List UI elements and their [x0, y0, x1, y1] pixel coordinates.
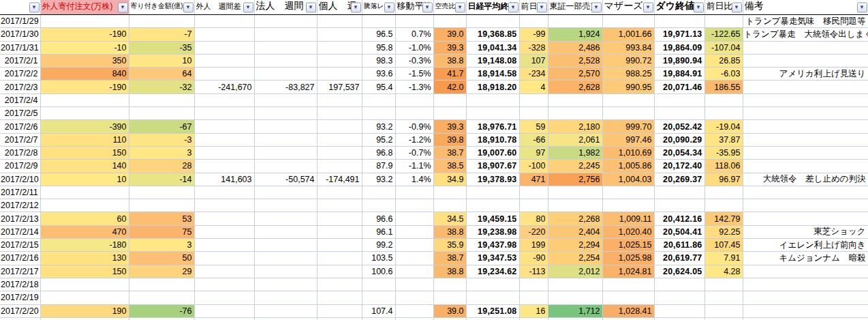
cell-kojin-weekly[interactable] [317, 68, 362, 81]
cell-toraku-ratio[interactable] [362, 15, 395, 28]
cell-dow-prev-diff[interactable]: -19.04 [704, 120, 743, 133]
filter-dropdown-icon[interactable]: ▼ [537, 2, 547, 12]
cell-kojin-weekly[interactable] [317, 291, 362, 304]
cell-nikkei-close[interactable] [466, 291, 519, 304]
cell-yoritsuki-kingaku[interactable]: 29 [129, 265, 194, 278]
cell-gaijin-weekly[interactable] [194, 186, 254, 199]
cell-nikkei-close[interactable] [466, 317, 519, 320]
cell-short-sell-ratio[interactable] [433, 15, 466, 28]
cell-remarks[interactable]: キムジョンナム 暗殺 [743, 252, 868, 265]
cell-prev-day-diff[interactable]: 107 [519, 54, 548, 67]
date-cell[interactable]: 2017/2/18 [0, 278, 40, 291]
date-cell[interactable]: 2017/2/21 [0, 317, 40, 320]
cell-hojin-weekly[interactable] [254, 239, 317, 252]
cell-remarks[interactable] [743, 212, 868, 225]
cell-short-sell-ratio[interactable]: 39.0 [433, 28, 466, 41]
cell-kojin-weekly[interactable]: -174,491 [317, 173, 362, 186]
date-cell[interactable]: 2017/2/1 [0, 54, 40, 67]
filter-dropdown-icon[interactable]: ▼ [643, 2, 653, 12]
cell-gaijin-weekly[interactable] [194, 133, 254, 146]
cell-toraku-ratio[interactable]: 95.8 [362, 41, 395, 54]
cell-gaijin-yoritsuki-order[interactable]: 140 [40, 160, 129, 173]
cell-yoritsuki-kingaku[interactable]: 28 [129, 160, 194, 173]
cell-moving-average[interactable] [395, 186, 433, 199]
cell-prev-day-diff[interactable]: -99 [519, 28, 548, 41]
cell-kojin-weekly[interactable] [317, 199, 362, 212]
cell-mothers-index[interactable]: 1,024.81 [602, 265, 654, 278]
date-cell[interactable]: 2017/1/31 [0, 41, 40, 54]
cell-moving-average[interactable] [395, 15, 433, 28]
cell-gaijin-weekly[interactable] [194, 93, 254, 106]
cell-gaijin-weekly[interactable] [194, 54, 254, 67]
cell-gaijin-weekly[interactable] [194, 199, 254, 212]
cell-prev-day-diff[interactable] [519, 291, 548, 304]
date-cell[interactable]: 2017/1/29 [0, 15, 40, 28]
cell-yoritsuki-kingaku[interactable]: -3 [129, 133, 194, 146]
cell-yoritsuki-kingaku[interactable] [129, 107, 194, 120]
cell-gaijin-weekly[interactable] [194, 15, 254, 28]
date-cell[interactable]: 2017/2/13 [0, 212, 40, 225]
cell-nikkei-close[interactable]: 19,378.93 [466, 173, 519, 186]
cell-dow-close[interactable]: 20,619.77 [654, 252, 704, 265]
cell-moving-average[interactable] [395, 107, 433, 120]
cell-nikkei-close[interactable]: 19,368.85 [466, 28, 519, 41]
date-cell[interactable]: 2017/2/11 [0, 186, 40, 199]
cell-gaijin-yoritsuki-order[interactable] [40, 107, 129, 120]
cell-gaijin-weekly[interactable] [194, 107, 254, 120]
cell-mothers-index[interactable]: 1,025.15 [602, 239, 654, 252]
cell-mothers-index[interactable]: 1,009.11 [602, 212, 654, 225]
cell-dow-prev-diff[interactable]: 96.97 [704, 173, 743, 186]
cell-prev-day-diff[interactable] [519, 186, 548, 199]
cell-gaijin-weekly[interactable] [194, 278, 254, 291]
cell-nikkei-close[interactable]: 18,907.67 [466, 160, 519, 173]
cell-moving-average[interactable]: -1.0% [395, 41, 433, 54]
cell-nikkei-close[interactable]: 19,459.15 [466, 212, 519, 225]
cell-moving-average[interactable] [395, 304, 433, 317]
cell-yoritsuki-kingaku[interactable] [129, 317, 194, 320]
cell-yoritsuki-kingaku[interactable]: -7 [129, 28, 194, 41]
cell-dow-close[interactable]: 19,884.91 [654, 68, 704, 81]
cell-dow-prev-diff[interactable]: 107.45 [704, 239, 743, 252]
cell-gaijin-yoritsuki-order[interactable]: -180 [40, 239, 129, 252]
cell-gaijin-weekly[interactable] [194, 160, 254, 173]
cell-gaijin-yoritsuki-order[interactable]: 840 [40, 68, 129, 81]
cell-hojin-weekly[interactable] [254, 41, 317, 54]
cell-prev-day-diff[interactable]: -66 [519, 133, 548, 146]
cell-hojin-weekly[interactable] [254, 252, 317, 265]
cell-short-sell-ratio[interactable]: 39.3 [433, 120, 466, 133]
cell-toraku-ratio[interactable]: 87.9 [362, 160, 395, 173]
cell-moving-average[interactable] [395, 278, 433, 291]
cell-nikkei-close[interactable]: 19,238.98 [466, 225, 519, 238]
cell-kojin-weekly[interactable]: 197,537 [317, 81, 362, 93]
cell-dow-close[interactable] [654, 317, 704, 320]
cell-mothers-index[interactable] [602, 107, 654, 120]
date-cell[interactable]: 2017/2/8 [0, 146, 40, 159]
cell-hojin-weekly[interactable] [254, 199, 317, 212]
filter-dropdown-icon[interactable]: ▼ [29, 2, 40, 12]
cell-yoritsuki-kingaku[interactable] [129, 186, 194, 199]
cell-moving-average[interactable]: -1.3% [395, 81, 433, 93]
cell-toraku-ratio[interactable]: 103.5 [362, 252, 395, 265]
cell-yoritsuki-kingaku[interactable] [129, 199, 194, 212]
cell-hojin-weekly[interactable] [254, 265, 317, 278]
cell-gaijin-yoritsuki-order[interactable] [40, 199, 129, 212]
cell-mothers-index[interactable]: 1,004.03 [602, 173, 654, 186]
cell-dow-prev-diff[interactable] [704, 107, 743, 120]
cell-hojin-weekly[interactable] [254, 160, 317, 173]
cell-remarks[interactable] [743, 81, 868, 93]
cell-tse1-volume[interactable] [548, 186, 602, 199]
cell-mothers-index[interactable]: 1,005.86 [602, 160, 654, 173]
cell-dow-close[interactable]: 20,269.37 [654, 173, 704, 186]
cell-toraku-ratio[interactable]: 93.2 [362, 120, 395, 133]
date-cell[interactable]: 2017/2/16 [0, 252, 40, 265]
cell-toraku-ratio[interactable] [362, 186, 395, 199]
filter-dropdown-icon[interactable]: ▼ [591, 2, 602, 12]
cell-prev-day-diff[interactable]: 199 [519, 239, 548, 252]
filter-dropdown-icon[interactable]: ▼ [455, 2, 465, 12]
cell-tse1-volume[interactable]: 2,254 [548, 252, 602, 265]
cell-dow-close[interactable] [654, 278, 704, 291]
cell-moving-average[interactable] [395, 93, 433, 106]
cell-nikkei-close[interactable]: 18,910.78 [466, 133, 519, 146]
cell-tse1-volume[interactable] [548, 317, 602, 320]
cell-toraku-ratio[interactable] [362, 278, 395, 291]
